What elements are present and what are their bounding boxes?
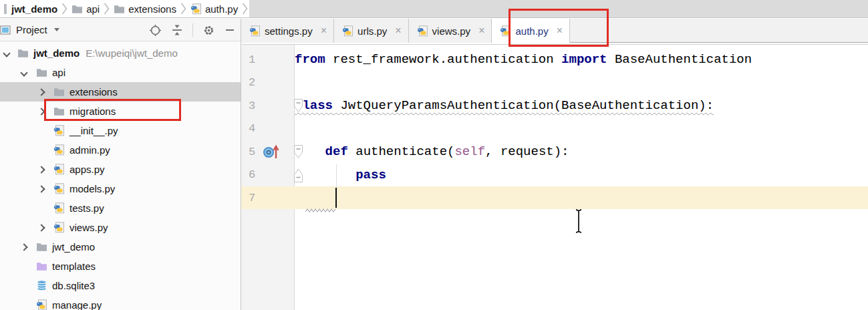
breadcrumb: jwt_demoapiextensionsauth.py [0, 0, 249, 17]
override-method-icon[interactable] [263, 143, 280, 163]
tab-bar-underline [241, 43, 868, 45]
code-line-5[interactable]: 5 def authenticate(self, request): [241, 140, 868, 163]
breadcrumb-item-api[interactable]: api [69, 3, 102, 15]
breadcrumb-item-jwt_demo[interactable]: jwt_demo [9, 3, 60, 15]
tree-item-extensions[interactable]: extensions [0, 82, 241, 102]
breadcrumb-separator-icon [102, 3, 111, 15]
folder-icon [36, 67, 47, 78]
locate-icon[interactable] [149, 24, 162, 37]
line-number: 2 [241, 76, 284, 89]
chevron-collapsed-icon[interactable] [37, 185, 45, 192]
tree-item-models-py[interactable]: models.py [0, 179, 241, 198]
fold-region-end-icon[interactable] [293, 168, 303, 186]
python-file-icon [190, 3, 202, 15]
header-divider [192, 23, 193, 37]
project-panel: Project jwt_demoE:\wupeiqi\jwt_demoapiex… [0, 19, 241, 310]
database-icon [36, 280, 47, 291]
python-file-icon [342, 25, 353, 37]
chevron-down-icon[interactable] [54, 28, 59, 31]
chevron-expanded-icon[interactable] [20, 69, 27, 76]
editor-tab-views-py[interactable]: views.py× [409, 19, 492, 43]
tree-item-views-py[interactable]: views.py [0, 218, 241, 237]
code-text: from rest_framework.authentication impor… [295, 52, 752, 67]
project-panel-header: Project [0, 19, 241, 41]
tree-item-tests-py[interactable]: tests.py [0, 198, 241, 218]
close-tab-icon[interactable]: × [478, 25, 484, 37]
project-tree: jwt_demoE:\wupeiqi\jwt_demoapiextensions… [0, 43, 241, 310]
ibeam-mouse-cursor [573, 208, 584, 237]
tree-item-__init__-py[interactable]: __init__.py [0, 121, 241, 140]
breadcrumb-label: api [86, 3, 100, 15]
line-number: 6 [241, 168, 284, 181]
fold-region-start-icon[interactable] [293, 98, 303, 116]
code-line-6[interactable]: 6 pass [241, 164, 868, 186]
tab-label: urls.py [357, 25, 387, 37]
project-panel-title[interactable]: Project [16, 24, 47, 35]
chevron-collapsed-icon[interactable] [37, 88, 45, 96]
tree-item-apps-py[interactable]: apps.py [0, 160, 241, 179]
tree-item-templates[interactable]: templates [0, 257, 241, 276]
hide-minus-icon[interactable] [225, 25, 235, 35]
python-file-icon [53, 202, 65, 214]
folder-icon [36, 242, 47, 252]
tree-item-db-sqlite3[interactable]: db.sqlite3 [0, 276, 241, 295]
python-file-icon [249, 25, 261, 37]
code-text: pass [295, 168, 386, 182]
python-file-icon [53, 222, 65, 233]
python-file-icon [36, 299, 47, 310]
tree-item-label: models.py [69, 183, 115, 194]
chevron-collapsed-icon[interactable] [20, 243, 27, 251]
ide-window: jwt_demoapiextensionsauth.py Project jwt… [0, 0, 868, 310]
python-file-icon [53, 183, 65, 194]
breadcrumb-item-auth-py[interactable]: auth.py [188, 3, 241, 15]
folder-icon [53, 87, 65, 97]
tree-item-label: manage.py [52, 299, 102, 310]
chevron-collapsed-icon[interactable] [37, 224, 45, 231]
editor-tab-bar: settings.py×urls.py×views.py×auth.py× [241, 19, 868, 43]
code-line-3[interactable]: 3class JwtQueryParamsAuthentication(Base… [241, 94, 868, 117]
code-line-7[interactable]: 7 [241, 186, 868, 209]
breadcrumb-item-extensions[interactable]: extensions [111, 3, 179, 15]
text-caret [335, 188, 337, 208]
tree-item-manage-py[interactable]: manage.py [0, 295, 241, 310]
tree-item-label: extensions [69, 86, 118, 98]
editor-tab-auth-py[interactable]: auth.py× [492, 19, 570, 43]
python-file-icon [53, 144, 65, 156]
tree-item-jwt_demo[interactable]: jwt_demo [0, 237, 241, 257]
tree-item-label: __init__.py [69, 125, 118, 136]
collapse-all-icon[interactable] [171, 23, 183, 37]
tree-item-api[interactable]: api [0, 63, 241, 82]
cropped-icon [4, 4, 7, 14]
tree-item-migrations[interactable]: migrations [0, 102, 241, 121]
panel-header-icons [149, 19, 235, 41]
python-file-icon [500, 25, 511, 37]
editor-tab-settings-py[interactable]: settings.py× [241, 19, 334, 43]
tab-label: views.py [432, 25, 471, 37]
chevron-collapsed-icon[interactable] [37, 166, 45, 173]
settings-gear-icon[interactable] [202, 24, 215, 37]
project-window-icon [0, 25, 11, 35]
tree-item-label: templates [52, 261, 96, 272]
code-line-4[interactable]: 4 [241, 118, 868, 140]
tree-item-label: views.py [69, 222, 108, 233]
chevron-collapsed-icon[interactable] [37, 108, 45, 115]
line-number: 1 [241, 53, 284, 66]
close-tab-icon[interactable]: × [321, 25, 327, 37]
breadcrumb-separator-icon [241, 3, 249, 15]
close-tab-icon[interactable]: × [557, 25, 563, 37]
close-tab-icon[interactable]: × [395, 25, 401, 37]
code-line-1[interactable]: 1from rest_framework.authentication impo… [241, 48, 868, 71]
tab-label: settings.py [265, 25, 313, 37]
breadcrumb-label: extensions [128, 3, 176, 15]
tree-item-admin-py[interactable]: admin.py [0, 140, 241, 160]
line-number: 4 [241, 122, 284, 135]
fold-region-start-icon[interactable] [293, 144, 303, 162]
code-line-2[interactable]: 2 [241, 71, 868, 94]
chevron-expanded-icon[interactable] [3, 49, 10, 57]
tree-item-label: db.sqlite3 [52, 280, 95, 291]
editor-tab-urls-py[interactable]: urls.py× [334, 19, 409, 43]
tree-item-label: tests.py [69, 202, 104, 214]
line-number: 3 [241, 100, 284, 112]
python-file-icon [417, 25, 428, 37]
tree-item-jwt_demo[interactable]: jwt_demoE:\wupeiqi\jwt_demo [0, 43, 241, 63]
